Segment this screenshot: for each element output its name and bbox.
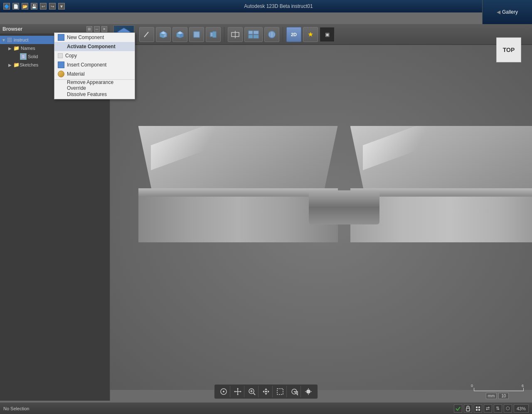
left-shine bbox=[151, 115, 234, 170]
nav-orbit-btn[interactable] bbox=[217, 386, 230, 397]
left-top-face bbox=[138, 126, 338, 192]
ctx-activate-label: Activate Component bbox=[67, 44, 116, 49]
svg-rect-19 bbox=[249, 35, 253, 38]
tree-arrow-root: ▼ bbox=[2, 38, 7, 42]
ctx-dissolve-features[interactable]: Dissolve Features bbox=[54, 90, 135, 99]
toolbar-sep-1 bbox=[224, 27, 224, 42]
sphere-btn[interactable] bbox=[264, 27, 279, 42]
browser-expand-btn[interactable]: ⊞ bbox=[86, 26, 92, 32]
scale-line bbox=[474, 388, 524, 391]
nav-pan-btn[interactable] bbox=[231, 386, 244, 397]
svg-rect-47 bbox=[476, 407, 478, 408]
svg-rect-12 bbox=[194, 32, 200, 37]
new-btn[interactable]: 📄 bbox=[12, 3, 19, 10]
viewport[interactable] bbox=[110, 45, 532, 390]
right-object bbox=[350, 126, 532, 242]
solid-label: Solid bbox=[28, 54, 38, 59]
ctx-activate-component[interactable]: Activate Component bbox=[54, 42, 135, 51]
svg-marker-26 bbox=[237, 394, 239, 395]
material-icon bbox=[58, 71, 64, 77]
nav-fit-btn[interactable] bbox=[288, 386, 301, 397]
status-lock-btn[interactable] bbox=[464, 404, 472, 413]
hexagon-icon: ⬡ bbox=[506, 406, 510, 411]
svg-marker-33 bbox=[265, 388, 267, 390]
status-check-btn[interactable] bbox=[454, 404, 462, 413]
svg-rect-17 bbox=[249, 31, 253, 34]
zoom-level-text: 43% bbox=[517, 406, 526, 411]
view-top-label: TOP bbox=[496, 37, 521, 62]
svg-marker-27 bbox=[234, 391, 235, 392]
svg-point-41 bbox=[306, 389, 310, 394]
2d-btn[interactable]: 2D bbox=[286, 27, 301, 42]
star-btn[interactable]: ★ bbox=[303, 27, 318, 42]
status-grid-btn[interactable] bbox=[474, 404, 482, 413]
bottom-bar: No Selection ⇄ ⇅ ⬡ 43% bbox=[0, 402, 532, 414]
arrows-v-icon: ⇅ bbox=[496, 406, 500, 411]
save-btn[interactable]: 💾 bbox=[31, 3, 37, 10]
box-tool-btn[interactable] bbox=[156, 27, 171, 42]
nav-zoom-btn[interactable] bbox=[245, 386, 259, 397]
status-hexagon-btn[interactable]: ⬡ bbox=[504, 404, 512, 413]
ctx-material-label: Material bbox=[67, 71, 85, 77]
status-arrows-v-btn[interactable]: ⇅ bbox=[494, 404, 502, 413]
status-arrows-h-btn[interactable]: ⇄ bbox=[484, 404, 492, 413]
root-icon bbox=[7, 37, 12, 43]
zoom-level-btn[interactable]: 43% bbox=[514, 404, 529, 413]
nav-toolbar bbox=[214, 384, 318, 399]
gallery-panel[interactable]: ◀ Gallery bbox=[482, 0, 532, 24]
app-icon-btn[interactable]: 🔷 bbox=[3, 3, 10, 10]
svg-marker-28 bbox=[240, 391, 241, 392]
svg-point-24 bbox=[223, 391, 224, 392]
names-label: Names bbox=[21, 46, 35, 51]
browser-controls: ⊞ ─ ✕ bbox=[86, 26, 107, 32]
star-icon: ★ bbox=[308, 30, 313, 38]
tree-arrow-sketches: ▶ bbox=[8, 63, 13, 67]
ctx-copy[interactable]: Copy bbox=[54, 51, 135, 60]
svg-rect-46 bbox=[466, 408, 470, 411]
ctx-insert-component[interactable]: Insert Component bbox=[54, 60, 135, 69]
nav-light-btn[interactable] bbox=[302, 386, 315, 397]
gallery-arrow-icon: ◀ bbox=[497, 9, 500, 15]
activate-component-icon bbox=[58, 43, 64, 50]
2d-icon: 2D bbox=[291, 32, 297, 37]
svg-rect-38 bbox=[277, 389, 283, 394]
svg-point-21 bbox=[268, 31, 275, 38]
ctx-material[interactable]: Material bbox=[54, 69, 135, 79]
sketches-label: Sketches bbox=[20, 62, 38, 67]
split-btn[interactable] bbox=[228, 27, 243, 42]
scale-bar: 0 6 mm 10 bbox=[471, 384, 524, 399]
box-open-btn[interactable] bbox=[172, 27, 187, 42]
svg-rect-20 bbox=[254, 35, 259, 38]
pencil-tool-btn[interactable] bbox=[139, 27, 154, 42]
context-menu: New Component Activate Component Copy In… bbox=[54, 32, 135, 99]
grid-btn[interactable] bbox=[244, 27, 263, 42]
svg-rect-50 bbox=[478, 409, 480, 411]
scale-value: 10 bbox=[498, 393, 509, 399]
dark-btn[interactable]: ▣ bbox=[320, 27, 335, 42]
ctx-new-component[interactable]: New Component bbox=[54, 33, 135, 42]
ctx-remove-appearance[interactable]: Remove Appearance Override bbox=[54, 81, 135, 90]
copy-icon bbox=[58, 53, 63, 58]
ctx-copy-label: Copy bbox=[65, 53, 77, 59]
open-btn[interactable]: 📂 bbox=[22, 3, 28, 10]
window-title: Autodesk 123D Beta instruct01 bbox=[244, 3, 313, 9]
nav-select-btn[interactable] bbox=[273, 386, 287, 397]
browser-collapse-btn[interactable]: ─ bbox=[94, 26, 100, 32]
svg-marker-35 bbox=[263, 390, 264, 393]
nav-move-btn[interactable] bbox=[259, 386, 273, 397]
undo-btn[interactable]: ↩ bbox=[40, 3, 47, 10]
box-solid-btn[interactable] bbox=[189, 27, 204, 42]
right-shine bbox=[363, 115, 446, 170]
scale-tick-0: 0 bbox=[471, 384, 473, 388]
tree-arrow-names: ▶ bbox=[8, 46, 13, 51]
status-text: No Selection bbox=[0, 406, 29, 411]
remove-appearance-icon bbox=[58, 82, 64, 89]
svg-marker-36 bbox=[268, 390, 269, 393]
browser-close-btn[interactable]: ✕ bbox=[101, 26, 107, 32]
dropdown-btn[interactable]: ▼ bbox=[58, 3, 65, 10]
box-right-btn[interactable] bbox=[206, 27, 221, 42]
dark-icon: ▣ bbox=[325, 32, 330, 37]
scale-tick-6: 6 bbox=[522, 384, 524, 388]
redo-btn[interactable]: ↪ bbox=[49, 3, 56, 10]
top-label-text: TOP bbox=[503, 47, 515, 53]
